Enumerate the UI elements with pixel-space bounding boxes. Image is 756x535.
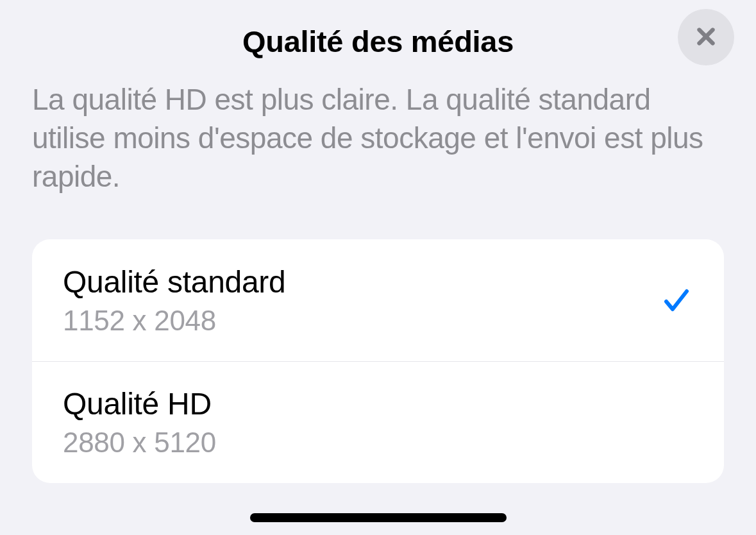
close-icon: [693, 23, 719, 52]
home-indicator[interactable]: [250, 513, 507, 522]
option-label: Qualité standard: [63, 264, 285, 300]
option-text-group: Qualité HD 2880 x 5120: [63, 386, 216, 459]
media-quality-modal: Qualité des médias La qualité HD est plu…: [0, 0, 756, 535]
modal-header: Qualité des médias: [0, 15, 756, 67]
option-label: Qualité HD: [63, 386, 216, 421]
modal-title: Qualité des médias: [242, 24, 514, 59]
option-resolution: 1152 x 2048: [63, 305, 285, 337]
option-hd-quality[interactable]: Qualité HD 2880 x 5120: [32, 361, 724, 483]
option-resolution: 2880 x 5120: [63, 427, 216, 459]
option-text-group: Qualité standard 1152 x 2048: [63, 264, 285, 337]
option-standard-quality[interactable]: Qualité standard 1152 x 2048: [32, 239, 724, 361]
modal-description: La qualité HD est plus claire. La qualit…: [0, 67, 756, 196]
close-button[interactable]: [678, 9, 734, 65]
checkmark-icon: [660, 284, 693, 317]
quality-options-list: Qualité standard 1152 x 2048 Qualité HD …: [32, 239, 724, 483]
